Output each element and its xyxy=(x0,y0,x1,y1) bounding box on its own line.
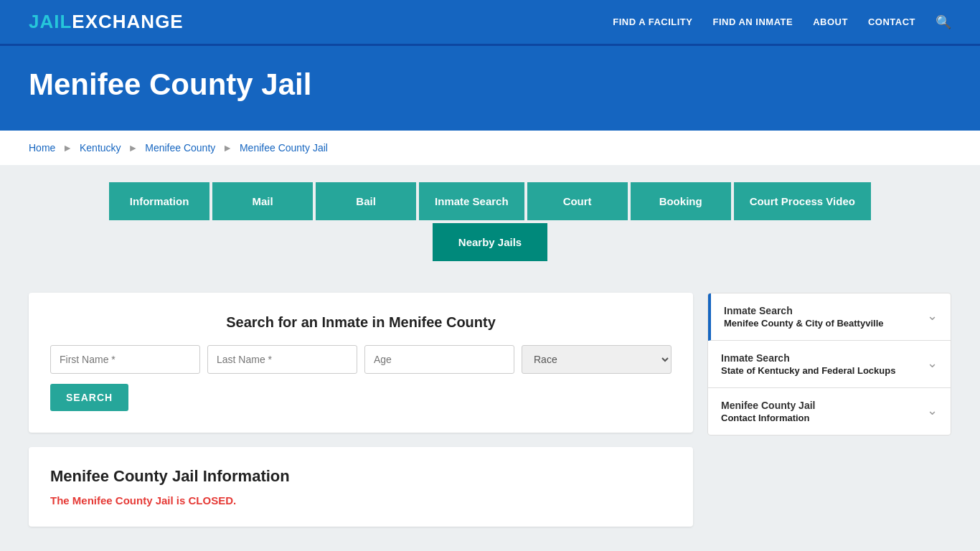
sidebar-item-sub-contact: Contact Information xyxy=(721,413,815,423)
sidebar-item-sub-kentucky: State of Kentucky and Federal Lockups xyxy=(721,365,895,376)
sidebar-item-title-contact: Menifee County Jail xyxy=(721,400,815,411)
sidebar-item-text-kentucky: Inmate Search State of Kentucky and Fede… xyxy=(721,352,895,376)
sidebar-item-inmate-search-kentucky[interactable]: Inmate Search State of Kentucky and Fede… xyxy=(708,341,951,388)
tab-information[interactable]: Information xyxy=(109,182,209,220)
sidebar-item-title-kentucky: Inmate Search xyxy=(721,352,895,364)
nav-contact[interactable]: CONTACT xyxy=(868,17,915,27)
breadcrumb-kentucky[interactable]: Kentucky xyxy=(80,142,121,154)
tab-court-process-video[interactable]: Court Process Video xyxy=(734,182,871,220)
breadcrumb-sep-1: ► xyxy=(62,142,72,154)
last-name-input[interactable] xyxy=(207,345,357,374)
tab-bail[interactable]: Bail xyxy=(316,182,416,220)
info-card-title: Menifee County Jail Information xyxy=(50,467,672,486)
chevron-down-icon-menifee: ⌄ xyxy=(927,308,938,324)
tab-nearby-jails[interactable]: Nearby Jails xyxy=(433,223,547,261)
closed-notice: The Menifee County Jail is CLOSED. xyxy=(50,494,672,507)
logo-jail: JAIL xyxy=(29,11,72,32)
header: JAILEXCHANGE FIND A FACILITY FIND AN INM… xyxy=(0,0,980,46)
tab-court[interactable]: Court xyxy=(527,182,628,220)
race-select[interactable]: Race White Black Hispanic Asian Other xyxy=(522,345,672,374)
tab-booking[interactable]: Booking xyxy=(631,182,731,220)
breadcrumb-sep-3: ► xyxy=(222,142,232,154)
search-card-title: Search for an Inmate in Menifee County xyxy=(50,314,672,331)
tab-inmate-search[interactable]: Inmate Search xyxy=(419,182,524,220)
sidebar-item-contact-info[interactable]: Menifee County Jail Contact Information … xyxy=(708,388,951,435)
nav-find-inmate[interactable]: FIND AN INMATE xyxy=(712,17,793,27)
search-fields: Race White Black Hispanic Asian Other xyxy=(50,345,672,374)
tab-mail[interactable]: Mail xyxy=(212,182,313,220)
nav-find-facility[interactable]: FIND A FACILITY xyxy=(613,17,692,27)
sidebar-item-text-contact: Menifee County Jail Contact Information xyxy=(721,400,815,423)
right-sidebar: Inmate Search Menifee County & City of B… xyxy=(707,293,951,435)
logo[interactable]: JAILEXCHANGE xyxy=(29,11,184,33)
main-nav: FIND A FACILITY FIND AN INMATE ABOUT CON… xyxy=(613,14,951,30)
breadcrumb-sep-2: ► xyxy=(128,142,138,154)
sidebar-item-title-menifee: Inmate Search xyxy=(724,305,883,316)
left-column: Search for an Inmate in Menifee County R… xyxy=(29,293,693,527)
main-content: Search for an Inmate in Menifee County R… xyxy=(0,278,980,551)
tabs-row-1: Information Mail Bail Inmate Search Cour… xyxy=(29,182,951,220)
page-title: Menifee County Jail xyxy=(29,67,951,102)
breadcrumb: Home ► Kentucky ► Menifee County ► Menif… xyxy=(0,131,980,165)
breadcrumb-menifee-county[interactable]: Menifee County xyxy=(145,142,215,154)
chevron-down-icon-kentucky: ⌄ xyxy=(927,355,938,371)
inmate-search-card: Search for an Inmate in Menifee County R… xyxy=(29,293,693,433)
breadcrumb-current: Menifee County Jail xyxy=(240,142,328,154)
sidebar-item-text-menifee: Inmate Search Menifee County & City of B… xyxy=(724,305,883,329)
first-name-input[interactable] xyxy=(50,345,200,374)
hero-section: Menifee County Jail xyxy=(0,46,980,131)
age-input[interactable] xyxy=(364,345,514,374)
tabs-row-2: Nearby Jails xyxy=(29,223,951,278)
breadcrumb-home[interactable]: Home xyxy=(29,142,55,154)
nav-about[interactable]: ABOUT xyxy=(813,17,848,27)
search-icon[interactable]: 🔍 xyxy=(936,14,951,30)
tabs-area: Information Mail Bail Inmate Search Cour… xyxy=(0,165,980,278)
sidebar-item-inmate-search-menifee[interactable]: Inmate Search Menifee County & City of B… xyxy=(708,293,951,341)
sidebar-item-sub-menifee: Menifee County & City of Beattyville xyxy=(724,318,883,329)
info-card: Menifee County Jail Information The Meni… xyxy=(29,447,693,527)
chevron-down-icon-contact: ⌄ xyxy=(927,402,938,418)
search-button[interactable]: SEARCH xyxy=(50,384,128,411)
logo-exchange: EXCHANGE xyxy=(72,11,183,32)
